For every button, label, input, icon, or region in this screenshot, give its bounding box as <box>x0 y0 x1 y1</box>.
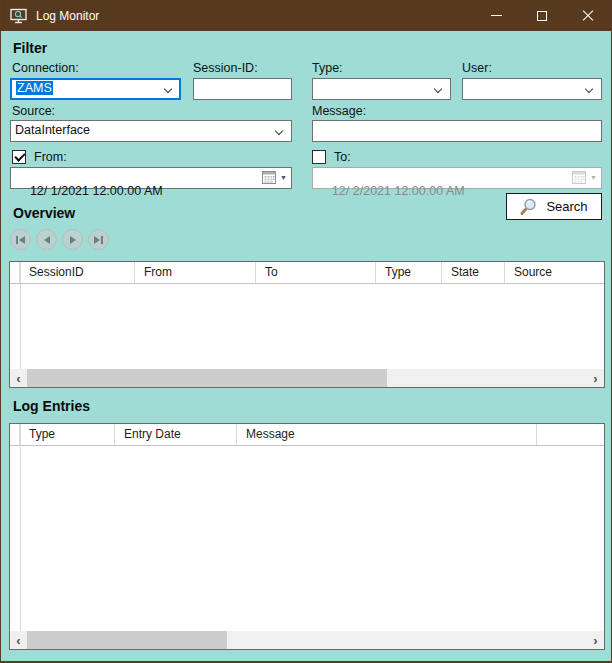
overview-grid-header: SessionID From To Type State Source <box>10 262 604 284</box>
filter-heading: Filter <box>13 40 47 56</box>
last-icon <box>101 236 103 244</box>
overview-grid: SessionID From To Type State Source ‹ › <box>9 261 605 388</box>
chevron-down-icon[interactable] <box>434 85 442 93</box>
overview-heading: Overview <box>13 205 75 221</box>
maximize-icon <box>537 11 547 21</box>
app-icon <box>10 8 27 24</box>
previous-record-button[interactable] <box>36 229 57 250</box>
user-combobox[interactable] <box>462 78 602 100</box>
row-header-cell <box>10 424 20 446</box>
user-label: User: <box>462 61 492 75</box>
column-header-to[interactable]: To <box>256 262 376 284</box>
row-header-separator <box>20 424 21 631</box>
chevron-down-icon[interactable] <box>275 127 283 135</box>
search-icon <box>520 198 537 215</box>
chevron-down-icon[interactable] <box>164 85 172 93</box>
column-header-sessionid[interactable]: SessionID <box>20 262 135 284</box>
column-header-from[interactable]: From <box>135 262 256 284</box>
titlebar: Log Monitor <box>1 0 611 31</box>
overview-scroll-thumb[interactable] <box>27 369 387 387</box>
window-title: Log Monitor <box>36 9 473 23</box>
column-header-state[interactable]: State <box>442 262 505 284</box>
row-header-cell <box>10 262 20 284</box>
source-combobox[interactable]: DataInterface <box>10 120 292 142</box>
column-header-type[interactable]: Type <box>376 262 442 284</box>
connection-label: Connection: <box>12 61 79 75</box>
calendar-icon[interactable] <box>262 171 276 184</box>
calendar-dropdown-icon[interactable]: ▼ <box>280 174 287 181</box>
scroll-right-icon[interactable]: › <box>587 369 604 387</box>
row-header-separator <box>20 262 21 369</box>
close-button[interactable] <box>565 0 611 31</box>
overview-scroll-track[interactable] <box>27 369 587 387</box>
log-entries-heading: Log Entries <box>13 398 90 414</box>
log-entries-grid-header: Type Entry Date Message <box>10 424 604 446</box>
connection-combobox[interactable]: ZAMS <box>10 78 181 100</box>
from-date-value: 12/ 1/2021 12:00:00 AM <box>30 184 163 198</box>
minimize-icon <box>491 15 502 16</box>
chevron-down-icon[interactable] <box>585 85 593 93</box>
from-label[interactable]: From: <box>34 150 67 164</box>
from-datepicker[interactable]: 12/ 1/2021 12:00:00 AM ▼ <box>10 167 292 189</box>
maximize-button[interactable] <box>519 0 565 31</box>
search-button[interactable]: Search <box>506 193 602 220</box>
next-icon <box>70 236 76 244</box>
type-label: Type: <box>312 61 343 75</box>
log-entries-grid: Type Entry Date Message ‹ › <box>9 423 605 650</box>
source-value: DataInterface <box>15 123 90 137</box>
first-record-button[interactable] <box>10 229 31 250</box>
log-monitor-window: Log Monitor Filter Connection: Session-I… <box>0 0 612 663</box>
to-date-value: 12/ 2/2021 12:00:00 AM <box>332 184 465 198</box>
log-entries-scroll-track[interactable] <box>27 631 587 649</box>
calendar-icon <box>572 171 586 184</box>
message-input[interactable] <box>312 120 602 142</box>
log-entries-scroll-thumb[interactable] <box>27 631 227 649</box>
to-checkbox[interactable] <box>312 150 326 164</box>
from-checkbox[interactable] <box>12 150 26 164</box>
last-icon <box>94 236 100 244</box>
minimize-button[interactable] <box>473 0 519 31</box>
session-id-input[interactable] <box>193 78 292 100</box>
last-record-button[interactable] <box>88 229 109 250</box>
scroll-left-icon[interactable]: ‹ <box>10 369 27 387</box>
record-navigator <box>10 229 109 250</box>
connection-value: ZAMS <box>16 81 53 95</box>
scroll-left-icon[interactable]: ‹ <box>10 631 27 649</box>
type-combobox[interactable] <box>312 78 451 100</box>
next-record-button[interactable] <box>62 229 83 250</box>
source-label: Source: <box>12 104 55 118</box>
calendar-dropdown-icon: ▼ <box>590 174 597 181</box>
column-header-entry-date[interactable]: Entry Date <box>115 424 237 446</box>
first-icon <box>16 236 18 244</box>
previous-icon <box>44 236 50 244</box>
column-header-type[interactable]: Type <box>20 424 115 446</box>
session-id-label: Session-ID: <box>193 61 258 75</box>
search-button-label: Search <box>546 199 587 214</box>
message-label: Message: <box>312 104 366 118</box>
scroll-right-icon[interactable]: › <box>587 631 604 649</box>
close-icon <box>582 10 594 22</box>
log-entries-hscrollbar[interactable]: ‹ › <box>10 631 604 649</box>
to-datepicker: 12/ 2/2021 12:00:00 AM ▼ <box>312 167 602 189</box>
column-header-source[interactable]: Source <box>505 262 605 284</box>
to-label[interactable]: To: <box>334 150 351 164</box>
first-icon <box>19 236 25 244</box>
column-header-message[interactable]: Message <box>237 424 537 446</box>
overview-hscrollbar[interactable]: ‹ › <box>10 369 604 387</box>
